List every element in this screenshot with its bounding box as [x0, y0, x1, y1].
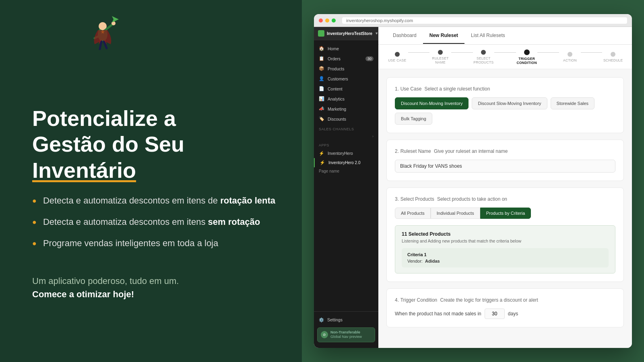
- use-case-btn-non-moving[interactable]: Discount Non-Moving Inventory: [395, 97, 469, 109]
- bullet-item-3: Programe vendas inteligentes em toda a l…: [32, 237, 278, 250]
- use-case-section: 1. Use Case Select a single ruleset func…: [386, 77, 624, 133]
- stepper-label-schedule: SCHEDULE: [603, 58, 623, 62]
- trigger-days-input[interactable]: [485, 309, 505, 319]
- orders-badge: 30: [365, 56, 374, 61]
- left-panel: Potencialize a Gestão do Seu Inventário …: [0, 0, 302, 362]
- trigger-subtitle: Create the logic for triggers a discount…: [440, 297, 538, 303]
- analytics-icon: 📊: [319, 96, 324, 101]
- settings-icon: ⚙️: [319, 317, 324, 323]
- stepper-dot-trigger: [524, 49, 530, 55]
- store-name: InventoryHeroTestStore: [327, 31, 372, 36]
- trigger-title: 4. Trigger Condition Create the logic fo…: [395, 297, 615, 303]
- use-case-btn-slow-moving[interactable]: Discount Slow-Moving Inventory: [472, 97, 547, 109]
- sidebar-item-products-label: Products: [328, 66, 344, 71]
- criteria-box: 11 Selected Products Listening and Addin…: [395, 225, 615, 274]
- use-case-subtitle: Select a single ruleset function: [425, 86, 490, 92]
- select-products-section: 3. Select Products Select products to ta…: [386, 187, 624, 282]
- svg-point-4: [111, 21, 116, 25]
- use-case-btn-bulk-tagging[interactable]: Bulk Tagging: [395, 113, 432, 125]
- tab-list-all-rulesets[interactable]: List All Rulesets: [464, 28, 512, 44]
- close-dot[interactable]: [319, 19, 323, 23]
- select-products-title: 3. Select Products Select products to ta…: [395, 196, 615, 202]
- product-btn-criteria[interactable]: Products by Criteria: [480, 208, 531, 219]
- stepper-line-5: [581, 52, 603, 53]
- criteria-item-1-title: Criteria 1: [407, 252, 603, 257]
- stepper-line-3: [494, 52, 516, 53]
- tab-dashboard[interactable]: Dashboard: [386, 28, 423, 44]
- app-window: inventoryheroshop.myshopify.com Inventor…: [314, 14, 632, 348]
- window-url: inventoryheroshop.myshopify.com: [342, 17, 627, 24]
- sidebar-settings[interactable]: ⚙️ Settings: [314, 315, 378, 325]
- sidebar-item-content-label: Content: [328, 86, 343, 91]
- stepper-label-ruleset: RULESET NAME: [429, 56, 451, 64]
- store-chevron: ▼: [375, 31, 378, 35]
- content-icon: 📄: [319, 86, 324, 91]
- sidebar-app-inventoryhero-label: InventoryHero: [328, 151, 353, 156]
- hero-icon: [80, 12, 125, 58]
- trigger-text-after: days: [508, 311, 518, 317]
- use-case-title: 1. Use Case Select a single ruleset func…: [395, 86, 615, 92]
- non-transferable-text: Non-Transferable Global Nav preview: [330, 330, 362, 339]
- inventoryhero2-icon: ⚡: [320, 160, 325, 165]
- use-case-buttons: Discount Non-Moving Inventory Discount S…: [395, 97, 615, 125]
- stepper-label-use-case: USE CASE: [388, 58, 406, 62]
- product-btn-individual[interactable]: Individual Products: [431, 208, 480, 219]
- product-btn-all[interactable]: All Products: [395, 208, 431, 219]
- sidebar-app-inventoryhero2-label: InventoryHero 2.0: [328, 160, 361, 165]
- sidebar-item-analytics[interactable]: 📊 Analytics: [314, 94, 378, 104]
- stepper-dot-ruleset: [438, 50, 443, 55]
- inventoryhero-icon: ⚡: [319, 151, 324, 156]
- orders-icon: 📋: [319, 56, 324, 61]
- sidebar-item-products[interactable]: 📦 Products: [314, 64, 378, 74]
- discounts-icon: 🏷️: [319, 116, 324, 121]
- tab-new-ruleset[interactable]: New Ruleset: [423, 28, 464, 44]
- minimize-dot[interactable]: [325, 19, 329, 23]
- stepper-schedule: SCHEDULE: [602, 52, 624, 62]
- sidebar-app-inventoryhero[interactable]: ⚡ InventoryHero: [314, 149, 378, 158]
- svg-line-7: [104, 41, 107, 48]
- sidebar-item-orders[interactable]: 📋 Orders 30: [314, 53, 378, 64]
- stepper-label-action: ACTION: [563, 58, 577, 62]
- window-titlebar: inventoryheroshop.myshopify.com: [314, 14, 632, 27]
- content-scroll[interactable]: 1. Use Case Select a single ruleset func…: [378, 69, 632, 348]
- ruleset-name-title: 2. Ruleset Name Give your ruleset an int…: [395, 148, 615, 154]
- stepper-dot-action: [568, 52, 572, 57]
- criteria-item-1-detail: Vendor: Adidas: [407, 259, 603, 263]
- sales-channels-label: Sales channels: [314, 124, 378, 133]
- sidebar-item-marketing-label: Marketing: [328, 107, 346, 111]
- stepper-bar: USE CASE RULESET NAME SELECT PRODUCTS: [378, 45, 632, 69]
- stepper-steps: USE CASE RULESET NAME SELECT PRODUCTS: [386, 49, 624, 69]
- sidebar-app-inventoryhero2[interactable]: ⚡ InventoryHero 2.0: [314, 158, 378, 167]
- page-name-label: Page name: [314, 167, 378, 175]
- ruleset-name-input[interactable]: [395, 160, 615, 173]
- criteria-selected-count: 11 Selected Products: [402, 231, 609, 237]
- sidebar: InventoryHeroTestStore ▼ 🏠 Home 📋 Orders…: [314, 27, 378, 348]
- select-products-subtitle: Select products to take action on: [437, 196, 507, 202]
- trigger-row: When the product has not made sales in d…: [395, 309, 615, 319]
- stepper-label-trigger: TRIGGER CONDITION: [516, 57, 538, 65]
- ruleset-name-subtitle: Give your ruleset an internal name: [434, 148, 508, 154]
- stepper-action: ACTION: [559, 52, 581, 62]
- stepper-line-4: [537, 52, 559, 53]
- store-selector[interactable]: InventoryHeroTestStore ▼: [314, 27, 378, 40]
- sidebar-item-orders-label: Orders: [328, 56, 341, 61]
- bullet-item-2: Detecta e automatiza descontos em itens …: [32, 216, 278, 228]
- sidebar-item-home[interactable]: 🏠 Home: [314, 43, 378, 53]
- criteria-subtitle: Listening and Adding new products that m…: [402, 239, 609, 243]
- non-transferable-badge: ⊘ Non-Transferable Global Nav preview: [317, 327, 375, 342]
- stepper-line-2: [451, 52, 473, 53]
- non-transferable-icon: ⊘: [321, 331, 328, 338]
- sidebar-item-marketing[interactable]: 📣 Marketing: [314, 104, 378, 114]
- sidebar-item-content[interactable]: 📄 Content: [314, 84, 378, 94]
- product-selector-buttons: All Products Individual Products Product…: [395, 208, 615, 219]
- stepper-line-1: [408, 52, 430, 53]
- sidebar-bottom: ⚙️ Settings ⊘ Non-Transferable Global Na…: [314, 311, 378, 348]
- customers-icon: 👤: [319, 76, 324, 81]
- main-content: Dashboard New Ruleset List All Rulesets …: [378, 27, 632, 348]
- bullet-item-1: Detecta e automatiza descontos em itens …: [32, 195, 278, 207]
- maximize-dot[interactable]: [332, 19, 336, 23]
- sidebar-item-customers[interactable]: 👤 Customers: [314, 74, 378, 84]
- use-case-btn-storewide[interactable]: Storewide Sales: [551, 97, 595, 109]
- sidebar-item-discounts-label: Discounts: [328, 117, 346, 121]
- sidebar-item-discounts[interactable]: 🏷️ Discounts: [314, 114, 378, 124]
